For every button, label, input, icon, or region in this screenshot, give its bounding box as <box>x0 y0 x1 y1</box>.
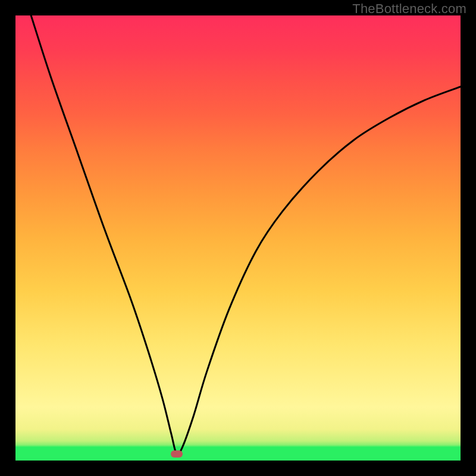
curve-path <box>31 15 461 455</box>
minimum-marker <box>171 450 183 458</box>
chart-frame: TheBottleneck.com <box>0 0 476 476</box>
watermark-text: TheBottleneck.com <box>352 1 466 17</box>
bottleneck-curve <box>15 15 461 461</box>
plot-area <box>15 15 461 461</box>
